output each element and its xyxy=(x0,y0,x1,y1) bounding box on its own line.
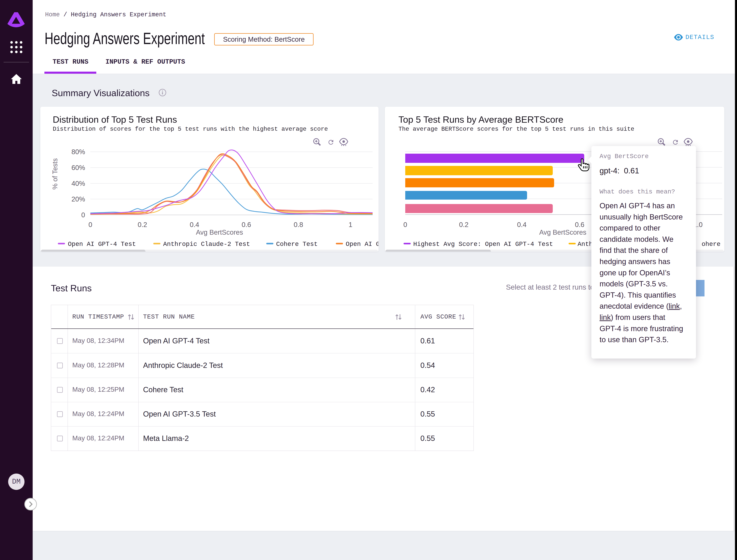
svg-text:1: 1 xyxy=(349,221,352,228)
svg-text:40%: 40% xyxy=(71,180,85,187)
svg-text:0: 0 xyxy=(81,211,85,219)
svg-text:0.4: 0.4 xyxy=(190,221,199,228)
svg-text:Open AI GPT-4 Test: Open AI GPT-4 Test xyxy=(68,241,136,248)
svg-text:0.6: 0.6 xyxy=(575,221,584,228)
svg-text:% of Tests: % of Tests xyxy=(51,158,59,190)
svg-text:20%: 20% xyxy=(71,195,85,203)
svg-text:0.4: 0.4 xyxy=(517,221,526,228)
svg-text:0.2: 0.2 xyxy=(138,221,147,228)
svg-text:0: 0 xyxy=(89,221,92,228)
svg-text:Open AI GPT-3.5 Test: Open AI GPT-3.5 Test xyxy=(346,241,378,248)
svg-text:ohere: ohere xyxy=(702,241,720,248)
svg-text:0.8: 0.8 xyxy=(294,221,303,228)
svg-text:Cohere Test: Cohere Test xyxy=(276,241,318,248)
svg-text:Avg BertScores: Avg BertScores xyxy=(539,229,586,236)
svg-text:0.2: 0.2 xyxy=(459,221,468,228)
svg-text:Highest Avg Score: Open AI GPT: Highest Avg Score: Open AI GPT-4 Test xyxy=(413,241,553,248)
svg-text:Anthropic Claude-2 Test: Anthropic Claude-2 Test xyxy=(163,241,250,248)
svg-text:80%: 80% xyxy=(71,148,85,156)
svg-text:Avg BertScores: Avg BertScores xyxy=(196,229,243,236)
svg-text:60%: 60% xyxy=(71,164,85,171)
svg-text:0.6: 0.6 xyxy=(242,221,251,228)
svg-text:0: 0 xyxy=(403,221,407,228)
